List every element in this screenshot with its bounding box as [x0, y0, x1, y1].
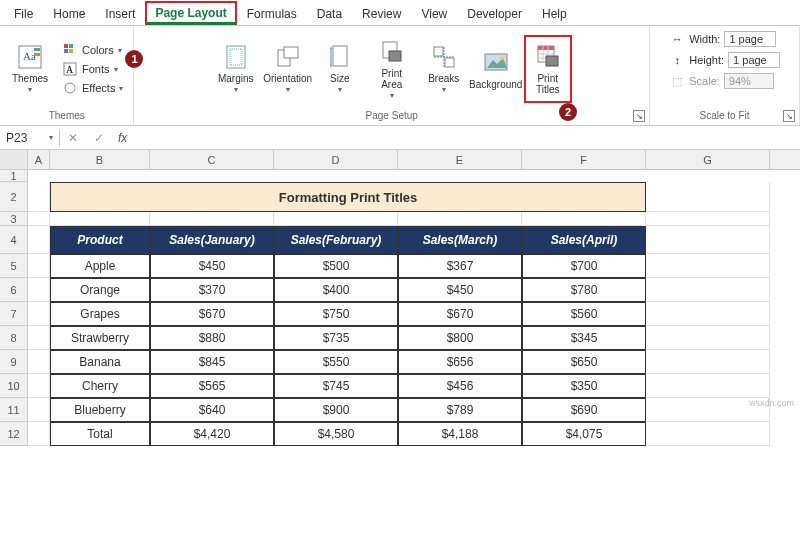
- name-box[interactable]: P23▾: [0, 129, 60, 147]
- data-cell[interactable]: $800: [398, 326, 522, 350]
- data-cell[interactable]: $4,580: [274, 422, 398, 446]
- data-cell[interactable]: $565: [150, 374, 274, 398]
- data-cell[interactable]: $845: [150, 350, 274, 374]
- data-cell[interactable]: $745: [274, 374, 398, 398]
- ribbon: Aa Themes ▾ Colors ▾ AFonts ▾ Effects ▾ …: [0, 26, 800, 126]
- row-header[interactable]: 2: [0, 182, 28, 212]
- data-cell[interactable]: $450: [398, 278, 522, 302]
- row-header[interactable]: 10: [0, 374, 28, 398]
- page-setup-dialog-launcher[interactable]: ↘: [633, 110, 645, 122]
- scale-dialog-launcher[interactable]: ↘: [783, 110, 795, 122]
- col-header-g[interactable]: G: [646, 150, 770, 169]
- print-titles-button[interactable]: Print Titles: [524, 35, 572, 103]
- data-cell[interactable]: $500: [274, 254, 398, 278]
- data-cell[interactable]: $345: [522, 326, 646, 350]
- enter-icon[interactable]: ✓: [86, 131, 112, 145]
- data-cell[interactable]: $400: [274, 278, 398, 302]
- data-cell[interactable]: $456: [398, 374, 522, 398]
- data-cell[interactable]: $900: [274, 398, 398, 422]
- tab-home[interactable]: Home: [43, 2, 95, 25]
- data-cell[interactable]: $640: [150, 398, 274, 422]
- data-cell[interactable]: Total: [50, 422, 150, 446]
- tab-data[interactable]: Data: [307, 2, 352, 25]
- width-select[interactable]: 1 page: [724, 31, 776, 47]
- data-cell[interactable]: $560: [522, 302, 646, 326]
- effects-button[interactable]: Effects ▾: [58, 79, 127, 97]
- colors-button[interactable]: Colors ▾: [58, 41, 127, 59]
- col-header-a[interactable]: A: [28, 150, 50, 169]
- col-header-b[interactable]: B: [50, 150, 150, 169]
- data-cell[interactable]: $450: [150, 254, 274, 278]
- row-header[interactable]: 4: [0, 226, 28, 254]
- size-icon: [326, 43, 354, 71]
- row-header[interactable]: 12: [0, 422, 28, 446]
- table-header[interactable]: Sales(January): [150, 226, 274, 254]
- row-header[interactable]: 5: [0, 254, 28, 278]
- tab-file[interactable]: File: [4, 2, 43, 25]
- size-button[interactable]: Size▾: [316, 35, 364, 103]
- data-cell[interactable]: $880: [150, 326, 274, 350]
- data-cell[interactable]: $650: [522, 350, 646, 374]
- tab-help[interactable]: Help: [532, 2, 577, 25]
- col-header-d[interactable]: D: [274, 150, 398, 169]
- data-cell[interactable]: $4,188: [398, 422, 522, 446]
- data-cell[interactable]: Strawberry: [50, 326, 150, 350]
- data-cell[interactable]: $735: [274, 326, 398, 350]
- data-cell[interactable]: $4,075: [522, 422, 646, 446]
- orientation-button[interactable]: Orientation▾: [264, 35, 312, 103]
- table-header[interactable]: Sales(April): [522, 226, 646, 254]
- themes-button[interactable]: Aa Themes ▾: [6, 35, 54, 103]
- breaks-button[interactable]: Breaks▾: [420, 35, 468, 103]
- data-cell[interactable]: Apple: [50, 254, 150, 278]
- data-cell[interactable]: Banana: [50, 350, 150, 374]
- data-cell[interactable]: $700: [522, 254, 646, 278]
- data-cell[interactable]: $350: [522, 374, 646, 398]
- cancel-icon[interactable]: ✕: [60, 131, 86, 145]
- data-cell[interactable]: $690: [522, 398, 646, 422]
- svg-rect-19: [445, 58, 454, 67]
- fx-icon[interactable]: fx: [112, 131, 133, 145]
- row-header[interactable]: 1: [0, 170, 28, 182]
- tab-insert[interactable]: Insert: [95, 2, 145, 25]
- table-header[interactable]: Product: [50, 226, 150, 254]
- row-header[interactable]: 8: [0, 326, 28, 350]
- title-cell[interactable]: Formatting Print Titles: [50, 182, 646, 212]
- data-cell[interactable]: $789: [398, 398, 522, 422]
- group-page-setup: Margins▾ Orientation▾ Size▾ Print Area▾ …: [134, 26, 650, 125]
- data-cell[interactable]: $656: [398, 350, 522, 374]
- col-header-c[interactable]: C: [150, 150, 274, 169]
- height-select[interactable]: 1 page: [728, 52, 780, 68]
- tab-formulas[interactable]: Formulas: [237, 2, 307, 25]
- select-all-corner[interactable]: [0, 150, 28, 169]
- data-cell[interactable]: $370: [150, 278, 274, 302]
- row-header[interactable]: 11: [0, 398, 28, 422]
- margins-button[interactable]: Margins▾: [212, 35, 260, 103]
- data-cell[interactable]: Cherry: [50, 374, 150, 398]
- page-setup-group-label: Page Setup: [366, 108, 418, 123]
- row-header[interactable]: 7: [0, 302, 28, 326]
- fonts-button[interactable]: AFonts ▾: [58, 60, 127, 78]
- data-cell[interactable]: Orange: [50, 278, 150, 302]
- print-area-button[interactable]: Print Area▾: [368, 35, 416, 103]
- row-header[interactable]: 6: [0, 278, 28, 302]
- tab-view[interactable]: View: [411, 2, 457, 25]
- col-header-f[interactable]: F: [522, 150, 646, 169]
- tab-review[interactable]: Review: [352, 2, 411, 25]
- data-cell[interactable]: Grapes: [50, 302, 150, 326]
- tab-page-layout[interactable]: Page Layout: [145, 1, 236, 25]
- row-header[interactable]: 9: [0, 350, 28, 374]
- data-cell[interactable]: $670: [398, 302, 522, 326]
- data-cell[interactable]: $550: [274, 350, 398, 374]
- data-cell[interactable]: $670: [150, 302, 274, 326]
- tab-developer[interactable]: Developer: [457, 2, 532, 25]
- data-cell[interactable]: $750: [274, 302, 398, 326]
- data-cell[interactable]: Blueberry: [50, 398, 150, 422]
- data-cell[interactable]: $780: [522, 278, 646, 302]
- col-header-e[interactable]: E: [398, 150, 522, 169]
- table-header[interactable]: Sales(March): [398, 226, 522, 254]
- data-cell[interactable]: $367: [398, 254, 522, 278]
- data-cell[interactable]: $4,420: [150, 422, 274, 446]
- row-header[interactable]: 3: [0, 212, 28, 226]
- background-button[interactable]: Background: [472, 35, 520, 103]
- table-header[interactable]: Sales(February): [274, 226, 398, 254]
